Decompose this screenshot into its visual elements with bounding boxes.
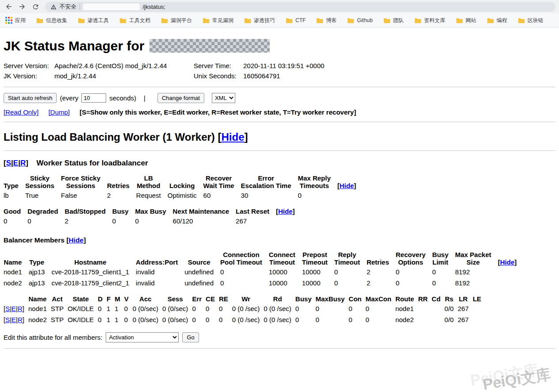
col-header: CE	[206, 295, 219, 303]
bookmark-folder[interactable]: Github	[347, 17, 372, 23]
attribute-select[interactable]: Activation	[106, 332, 179, 342]
table-cell: lb	[4, 190, 25, 201]
bookmark-folder[interactable]: CTF	[286, 17, 306, 23]
balancer-members-heading: Balancer Members [Hide]	[4, 236, 555, 244]
table-cell: 1	[107, 314, 115, 325]
bookmark-folder[interactable]: 团队	[383, 17, 404, 24]
table-cell: 0	[98, 314, 107, 325]
bookmark-folder[interactable]: 博客	[316, 17, 337, 24]
lb-summary-table: Good Degraded Bad/Stopped Busy Max Busy …	[4, 207, 302, 227]
folder-icon	[286, 18, 293, 23]
bookmark-label: 资料文库	[424, 17, 445, 24]
table-cell: 8192	[455, 277, 498, 288]
col-header-hide: [Hide]	[337, 174, 363, 190]
table-cell: 267	[458, 314, 473, 325]
table-cell: 0	[27, 215, 65, 227]
table-cell	[432, 314, 444, 325]
folder-icon	[487, 18, 494, 23]
table-cell: 1	[115, 314, 124, 325]
table-cell: 2	[367, 266, 396, 277]
folder-icon	[383, 18, 391, 23]
bookmark-folder[interactable]: 网站	[456, 17, 476, 24]
col-header: Busy Limit	[432, 250, 455, 266]
col-header: RR	[418, 295, 432, 303]
bookmark-folder[interactable]: 区块链	[518, 17, 544, 24]
col-header: Busy	[295, 295, 316, 303]
reset-member-link[interactable]: R	[18, 316, 23, 323]
hide-members-config-link[interactable]: Hide	[500, 258, 515, 266]
dump-link[interactable]: [Dump]	[48, 108, 69, 116]
show-member-link[interactable]: S	[5, 305, 10, 312]
table-cell: 2	[107, 190, 136, 201]
format-select[interactable]: XML	[212, 93, 235, 103]
table-header-row: Good Degraded Bad/Stopped Busy Max Busy …	[4, 207, 302, 215]
change-format-button[interactable]: Change format	[157, 93, 204, 103]
hide-lb-section-link[interactable]: Hide	[222, 131, 245, 143]
go-button[interactable]: Go	[182, 332, 199, 342]
table-cell: 0	[124, 314, 133, 325]
seconds-label: seconds)	[109, 94, 136, 102]
worker-status-heading: [S|E|R] Worker Status for loadbalancer	[4, 159, 555, 168]
table-cell: node1	[4, 266, 29, 277]
address-bar[interactable]: 不安全 /jkstatus;	[45, 2, 555, 12]
bookmark-folder[interactable]: 资料文库	[414, 17, 445, 24]
reset-member-link[interactable]: R	[18, 305, 23, 312]
col-header: Sticky Sessions	[25, 174, 61, 190]
edit-member-link[interactable]: E	[11, 316, 16, 323]
col-header: F	[107, 295, 115, 303]
bookmark-folder[interactable]: 渗透工具	[78, 17, 109, 24]
col-header: Err	[192, 295, 206, 303]
bracket: ]	[514, 258, 517, 266]
folder-icon	[347, 18, 354, 23]
unix-seconds-label: Unix Seconds:	[194, 71, 243, 81]
refresh-interval-input[interactable]	[81, 93, 106, 103]
table-cell: 10000	[269, 277, 302, 288]
col-header: RE	[219, 295, 232, 303]
bookmark-folder[interactable]: 漏洞平台	[161, 17, 192, 24]
ser-links: [S|E|R]	[4, 314, 28, 325]
read-only-link[interactable]: [Read Only]	[4, 108, 38, 116]
table-cell: 0	[316, 303, 349, 314]
table-cell: 0	[396, 266, 433, 277]
hide-lb-summary-link[interactable]: Hide	[278, 208, 293, 215]
col-header: Last Reset	[236, 207, 276, 215]
bookmark-folder[interactable]: 渗透技巧	[244, 17, 275, 24]
table-cell: 0	[192, 303, 206, 314]
edit-worker-link[interactable]: E	[13, 159, 18, 167]
col-header: Connection Pool Timeout	[220, 250, 269, 266]
table-cell: 0 (0 /sec)	[232, 314, 264, 325]
col-header: MaxCon	[366, 295, 395, 303]
hide-members-link[interactable]: Hide	[69, 236, 84, 244]
apps-shortcut[interactable]: 应用	[5, 17, 26, 24]
show-member-link[interactable]: S	[5, 316, 10, 323]
table-cell: 0 (0 /sec)	[264, 314, 295, 325]
members-heading-text: Balancer Members	[4, 236, 65, 244]
back-button[interactable]	[4, 1, 14, 12]
bookmark-folder[interactable]: 工具文档	[119, 17, 150, 24]
table-cell	[418, 314, 432, 325]
table-cell: 0 (0 /sec)	[232, 303, 264, 314]
folder-icon	[203, 18, 210, 23]
table-cell: node1	[28, 303, 51, 314]
refresh-button[interactable]	[30, 1, 41, 12]
table-header-row: Name Act State D F M V Acc Sess Err CE R…	[4, 295, 485, 303]
col-header: Connect Timeout	[269, 250, 302, 266]
table-cell: 0	[432, 277, 455, 288]
bookmark-folder[interactable]: 常见漏洞	[203, 17, 234, 24]
col-header: Locking	[168, 174, 203, 190]
bookmark-folder[interactable]: 编程	[487, 17, 507, 24]
hide-lb-config-link[interactable]: Hide	[340, 182, 354, 189]
col-header: State	[68, 295, 98, 303]
start-auto-refresh-button[interactable]: Start auto refresh	[4, 93, 57, 103]
forward-button[interactable]	[17, 1, 27, 12]
bookmark-label: 渗透工具	[88, 17, 109, 24]
table-cell: 0 (0/sec)	[162, 303, 192, 314]
table-cell	[418, 303, 432, 314]
col-header: Type	[29, 250, 52, 266]
show-worker-link[interactable]: S	[6, 159, 11, 167]
redacted-host	[83, 4, 140, 10]
reset-worker-link[interactable]: R	[20, 159, 26, 167]
folder-icon	[161, 18, 168, 23]
edit-member-link[interactable]: E	[11, 305, 16, 312]
bookmark-folder[interactable]: 信息收集	[36, 17, 67, 24]
